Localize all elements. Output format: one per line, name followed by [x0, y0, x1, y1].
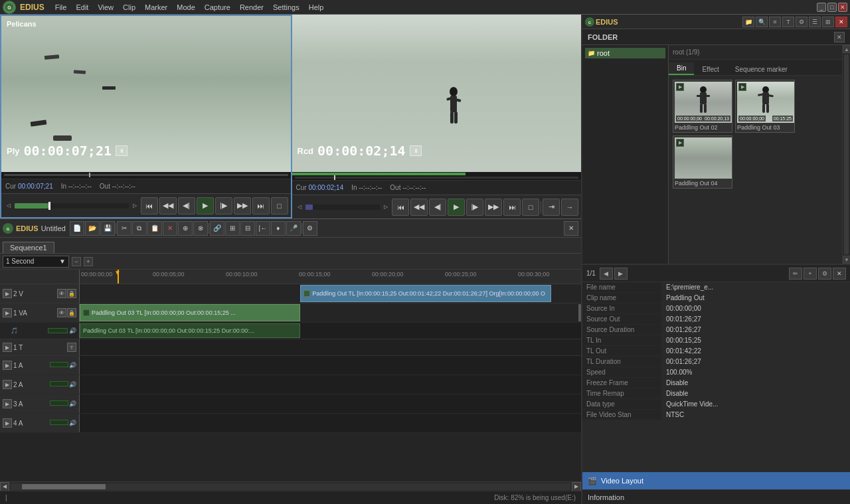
bin-v-scrollbar[interactable]: ▲ ▼ — [842, 45, 850, 264]
player-prev-btn[interactable]: ⏮ — [141, 197, 158, 214]
group-btn[interactable]: ⊞ — [225, 221, 240, 236]
player-play-btn[interactable]: ▶ — [197, 197, 214, 214]
recorder-pause-icon[interactable]: ⏸ — [410, 145, 422, 156]
recorder-step-fwd-btn[interactable]: |▶ — [466, 199, 483, 216]
track-1va-eye[interactable]: 👁 — [57, 308, 66, 317]
zoom-selector[interactable]: 1 Second ▼ — [3, 256, 69, 268]
ungroup-btn[interactable]: ⊟ — [240, 221, 255, 236]
track-1t-expand[interactable]: ▶ — [3, 343, 12, 352]
menu-edit[interactable]: Edit — [72, 2, 92, 13]
new-project-btn[interactable]: 📄 — [70, 221, 84, 236]
info-edit-btn[interactable]: ✏ — [789, 268, 802, 280]
bin-scroll-up[interactable]: ▲ — [843, 45, 850, 53]
recorder-step-back-btn[interactable]: ◀| — [429, 199, 446, 216]
track-2a-content[interactable] — [80, 375, 581, 394]
bin-scroll-thumb[interactable] — [844, 54, 849, 254]
menu-file[interactable]: File — [51, 2, 71, 13]
settings-btn2[interactable]: ⚙ — [303, 221, 317, 236]
delete-btn[interactable]: ✕ — [163, 221, 177, 236]
player-step-fwd-btn[interactable]: |▶ — [215, 197, 232, 214]
open-btn[interactable]: 📂 — [85, 221, 100, 236]
track-2v-eye[interactable]: 👁 — [57, 289, 66, 298]
close-seq-btn[interactable]: ✕ — [564, 221, 578, 236]
ripple-btn[interactable]: ⊕ — [178, 221, 193, 236]
menu-clip[interactable]: Clip — [119, 2, 139, 13]
clip-thumb-2[interactable]: ▶ — [735, 80, 795, 133]
recorder-rew-btn[interactable]: ◀◀ — [410, 199, 428, 216]
player-step-back-btn[interactable]: ◀| — [178, 197, 195, 214]
track-1va-content[interactable]: Paddling Out 03 TL [In:00:00:00;00 Out:0… — [80, 303, 581, 322]
track-1t-content[interactable] — [80, 339, 581, 355]
info-close-btn[interactable]: ✕ — [833, 268, 846, 280]
menu-mode[interactable]: Mode — [173, 2, 199, 13]
menu-view[interactable]: View — [94, 2, 118, 13]
h-scroll-thumb[interactable] — [22, 484, 106, 489]
menu-capture[interactable]: Capture — [201, 2, 234, 13]
info-settings-btn[interactable]: ⚙ — [818, 268, 831, 280]
video-layout-bar[interactable]: 🎬 Video Layout — [582, 472, 850, 489]
zoom-down-btn[interactable]: − — [72, 257, 81, 266]
bin-search-icon[interactable]: 🔍 — [756, 17, 768, 27]
bin-text-icon[interactable]: T — [782, 17, 794, 27]
track-4a-content[interactable] — [80, 414, 581, 432]
player-next-btn[interactable]: ⏭ — [252, 197, 270, 214]
snap-btn[interactable]: |← — [256, 221, 270, 236]
recorder-scrubber[interactable] — [292, 176, 582, 180]
clip-paddling-out[interactable]: Paddling Out TL [In:00:00:15;25 Out:00:0… — [300, 285, 551, 302]
marker-btn[interactable]: ♦ — [271, 221, 286, 236]
h-scroll-track[interactable] — [11, 483, 570, 490]
menu-marker[interactable]: Marker — [141, 2, 171, 13]
scroll-right-btn[interactable]: ▶ — [572, 482, 581, 491]
voice-btn[interactable]: 🎤 — [286, 221, 301, 236]
h-scrollbar[interactable]: ◀ ▶ — [0, 481, 581, 491]
recorder-next-btn[interactable]: ⏭ — [503, 199, 521, 216]
bin-tab-bin[interactable]: Bin — [669, 62, 694, 75]
bin-scroll-down[interactable]: ▼ — [843, 256, 850, 264]
track-4a-expand[interactable]: ▶ — [3, 418, 12, 428]
track-2v-expand[interactable]: ▶ — [3, 289, 12, 298]
track-3a-expand[interactable]: ▶ — [3, 399, 12, 408]
menu-render[interactable]: Render — [236, 2, 268, 13]
minimize-button[interactable]: _ — [817, 3, 826, 12]
overwrite-btn[interactable]: ⊗ — [193, 221, 208, 236]
track-1va-lock[interactable]: 🔒 — [67, 308, 76, 317]
copy-btn[interactable]: ⧉ — [132, 221, 147, 236]
track-2v-content[interactable]: Paddling Out TL [In:00:00:15;25 Out:00:0… — [80, 284, 581, 303]
bin-expand-icon[interactable]: ⊞ — [822, 17, 834, 27]
menu-settings[interactable]: Settings — [269, 2, 303, 13]
recorder-mark-btn[interactable]: □ — [522, 199, 539, 216]
link-btn[interactable]: 🔗 — [210, 221, 224, 236]
track-1t-lock[interactable]: T — [67, 343, 76, 352]
zoom-up-btn[interactable]: + — [84, 257, 93, 266]
info-add-btn[interactable]: + — [804, 268, 817, 280]
info-prev-page-btn[interactable]: ◀ — [600, 268, 613, 280]
track-1va-expand[interactable]: ▶ — [3, 308, 12, 317]
clip-paddling-out-03-video[interactable]: Paddling Out 03 TL [In:00:00:00;00 Out:0… — [80, 304, 300, 321]
menu-help[interactable]: Help — [305, 2, 328, 13]
track-1a-expand[interactable]: ▶ — [3, 361, 12, 370]
player-rew-btn[interactable]: ◀◀ — [159, 197, 177, 214]
scroll-left-btn[interactable]: ◀ — [0, 482, 9, 491]
player-progress[interactable] — [15, 203, 129, 209]
track-2v-lock[interactable]: 🔒 — [67, 289, 76, 298]
bin-tab-effect[interactable]: Effect — [694, 64, 726, 75]
folder-close-btn[interactable]: ✕ — [834, 32, 845, 42]
bin-tab-sequence[interactable]: Sequence marker — [727, 64, 796, 75]
bin-folder-icon[interactable]: 📁 — [742, 17, 754, 27]
recorder-progress[interactable] — [305, 205, 381, 210]
cut-btn[interactable]: ✂ — [117, 221, 131, 236]
bin-close-icon[interactable]: ✕ — [835, 17, 847, 27]
folder-tree-root[interactable]: 📁 root — [585, 48, 665, 58]
bin-settings-icon[interactable]: ⚙ — [796, 17, 808, 27]
info-next-page-btn[interactable]: ▶ — [614, 268, 628, 280]
close-button[interactable]: ✕ — [838, 3, 847, 12]
sequence1-tab[interactable]: Sequence1 — [3, 242, 54, 253]
recorder-play-btn[interactable]: ▶ — [448, 199, 465, 216]
recorder-prev-btn[interactable]: ⏮ — [392, 199, 409, 216]
player-scrubber[interactable] — [1, 172, 291, 179]
maximize-button[interactable]: □ — [827, 3, 837, 12]
bin-view-icon[interactable]: ≡ — [769, 17, 781, 27]
track-3a-content[interactable] — [80, 394, 581, 413]
clip-thumb-1[interactable]: ▶ — [673, 80, 732, 133]
player-fwd-btn[interactable]: ▶▶ — [234, 197, 251, 214]
